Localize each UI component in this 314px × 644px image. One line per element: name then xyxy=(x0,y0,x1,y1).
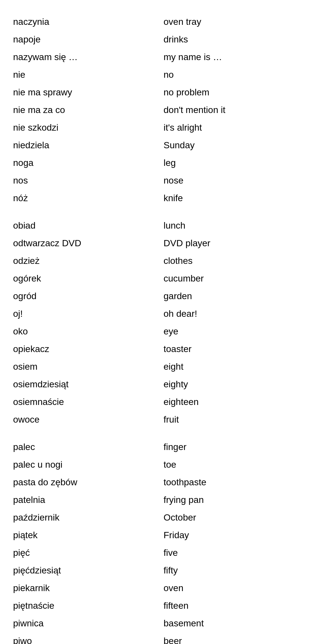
list-item: piętnaście xyxy=(13,597,157,615)
list-item: Sunday xyxy=(157,137,301,154)
list-item: toe xyxy=(157,456,301,474)
list-item: piątek xyxy=(13,526,157,544)
list-item: nie xyxy=(13,66,157,84)
list-item: oven xyxy=(157,579,301,597)
list-item: eight xyxy=(157,358,301,376)
list-item: nie szkodzi xyxy=(13,119,157,137)
list-item: eighteen xyxy=(157,393,301,411)
list-item: finger xyxy=(157,438,301,456)
list-item: frying pan xyxy=(157,491,301,509)
list-item: nie ma sprawy xyxy=(13,84,157,101)
list-item: noga xyxy=(13,154,157,172)
list-item: eighty xyxy=(157,376,301,393)
list-item: no xyxy=(157,66,301,84)
list-item: opiekacz xyxy=(13,340,157,358)
list-item: ogórek xyxy=(13,270,157,287)
list-item: nóż xyxy=(13,189,157,207)
list-item: owoce xyxy=(13,411,157,428)
list-item: nie ma za co xyxy=(13,101,157,119)
list-item: nazywam się … xyxy=(13,48,157,66)
list-item: osiem xyxy=(13,358,157,376)
list-item: it's alright xyxy=(157,119,301,137)
list-item: patelnia xyxy=(13,491,157,509)
list-item: osiemnaście xyxy=(13,393,157,411)
list-item: lunch xyxy=(157,217,301,234)
list-item: piwnica xyxy=(13,615,157,632)
list-item: pięć xyxy=(13,544,157,562)
vocabulary-grid: naczynia oven tray napoje drinks nazywam… xyxy=(13,13,301,644)
list-item: DVD player xyxy=(157,234,301,252)
list-item: piekarnik xyxy=(13,579,157,597)
list-item: obiad xyxy=(13,217,157,234)
list-item: październik xyxy=(13,509,157,526)
list-item: nos xyxy=(13,172,157,189)
list-item: Friday xyxy=(157,526,301,544)
list-item: fifty xyxy=(157,562,301,579)
list-item: toaster xyxy=(157,340,301,358)
list-item: pięćdziesiąt xyxy=(13,562,157,579)
list-item: odzież xyxy=(13,252,157,270)
list-item: clothes xyxy=(157,252,301,270)
list-item: fruit xyxy=(157,411,301,428)
list-item: don't mention it xyxy=(157,101,301,119)
list-item: nose xyxy=(157,172,301,189)
list-item: October xyxy=(157,509,301,526)
section-gap xyxy=(13,428,301,438)
list-item: oven tray xyxy=(157,13,301,31)
list-item: drinks xyxy=(157,31,301,48)
list-item: oko xyxy=(13,323,157,340)
list-item: napoje xyxy=(13,31,157,48)
list-item: basement xyxy=(157,615,301,632)
list-item: odtwarzacz DVD xyxy=(13,234,157,252)
list-item: pasta do zębów xyxy=(13,474,157,491)
list-item: ogród xyxy=(13,287,157,305)
list-item: niedziela xyxy=(13,137,157,154)
list-item: garden xyxy=(157,287,301,305)
list-item: no problem xyxy=(157,84,301,101)
list-item: leg xyxy=(157,154,301,172)
list-item: osiemdziesiąt xyxy=(13,376,157,393)
list-item: piwo xyxy=(13,632,157,644)
list-item: beer xyxy=(157,632,301,644)
list-item: toothpaste xyxy=(157,474,301,491)
list-item: palec xyxy=(13,438,157,456)
list-item: oh dear! xyxy=(157,305,301,323)
list-item: palec u nogi xyxy=(13,456,157,474)
section-gap xyxy=(13,207,301,217)
list-item: cucumber xyxy=(157,270,301,287)
list-item: fifteen xyxy=(157,597,301,615)
list-item: naczynia xyxy=(13,13,157,31)
list-item: my name is … xyxy=(157,48,301,66)
list-item: knife xyxy=(157,189,301,207)
list-item: eye xyxy=(157,323,301,340)
list-item: oj! xyxy=(13,305,157,323)
list-item: five xyxy=(157,544,301,562)
page-container: naczynia oven tray napoje drinks nazywam… xyxy=(0,0,314,644)
